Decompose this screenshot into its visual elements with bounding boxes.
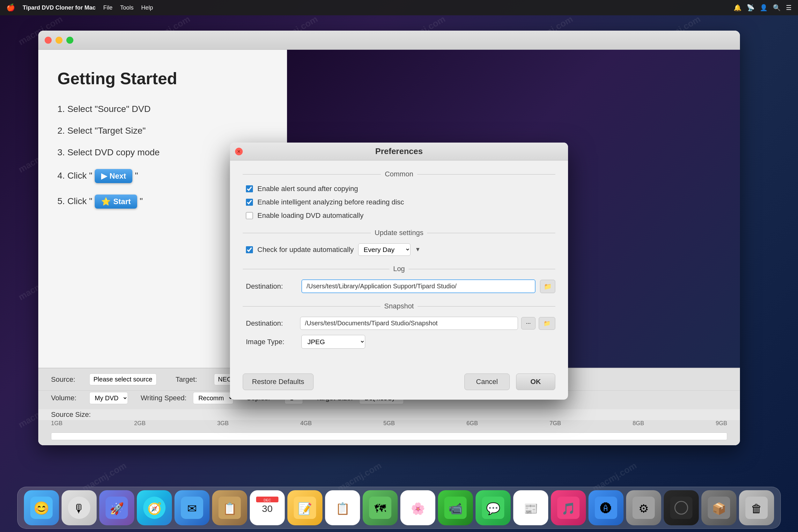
common-section: Common Enable alert sound after copying … [243, 170, 555, 220]
dock-icon-reminders[interactable]: 📋 [325, 490, 360, 525]
log-browse-icon: 📁 [544, 283, 552, 290]
svg-text:🧭: 🧭 [147, 502, 162, 515]
cancel-button[interactable]: Cancel [464, 374, 510, 390]
dock-icon-system-preferences[interactable]: ⚙ [626, 490, 661, 525]
update-section-header: Update settings [243, 229, 555, 237]
alert-sound-option: Enable alert sound after copying [243, 185, 555, 193]
dock-icon-notes[interactable]: 📝 [287, 490, 322, 525]
dock-icon-photos[interactable]: 🌸 [400, 490, 435, 525]
snapshot-more-options-button[interactable]: ··· [521, 317, 535, 329]
common-left-line [243, 174, 381, 174]
pref-close-button[interactable]: ✕ [235, 148, 243, 155]
dock-icon-launchpad[interactable]: 🚀 [99, 490, 134, 525]
common-right-line [417, 174, 555, 174]
log-destination-row: Destination: 📁 [243, 279, 555, 293]
update-section-label: Update settings [375, 229, 423, 237]
image-type-dropdown[interactable]: JPEG PNG BMP [301, 335, 365, 348]
svg-text:🗑: 🗑 [751, 502, 762, 515]
pref-title: Preferences [375, 146, 423, 156]
common-section-label: Common [385, 170, 413, 178]
svg-text:📋: 📋 [223, 502, 237, 515]
snapshot-section: Snapshot Destination: ··· 📁 Image Type: [243, 302, 555, 348]
more-options-icon: ··· [526, 320, 531, 327]
preferences-dialog: ✕ Preferences Common Enable alert sound … [230, 142, 568, 400]
dialog-overlay: ✕ Preferences Common Enable alert sound … [0, 0, 798, 532]
log-right-line [408, 269, 555, 269]
image-type-label: Image Type: [246, 338, 297, 346]
update-left-line [243, 233, 371, 233]
pref-close-icon: ✕ [237, 149, 241, 154]
pref-body: Common Enable alert sound after copying … [230, 160, 568, 367]
alert-sound-label: Enable alert sound after copying [258, 185, 358, 193]
update-row: Check for update automatically Every Day… [243, 243, 555, 256]
dock: 😊 🎙 🚀 🧭 ✉ 📋 30DEC 📝 📋 🗺 🌸 [0, 481, 798, 532]
dock-icon-maps[interactable]: 🗺 [363, 490, 398, 525]
dock-icon-mail[interactable]: ✉ [174, 490, 210, 525]
svg-text:📦: 📦 [712, 502, 726, 515]
common-section-header: Common [243, 170, 555, 178]
log-dest-input[interactable] [301, 279, 535, 293]
snapshot-browse-button[interactable]: 📁 [539, 317, 555, 330]
intelligent-label: Enable intelligent analyzing before read… [258, 198, 404, 206]
dock-icon-finder[interactable]: 😊 [24, 490, 59, 525]
dock-icon-siri[interactable]: 🎙 [61, 490, 97, 525]
dock-icon-unknown[interactable]: 📦 [701, 490, 737, 525]
svg-text:⚙: ⚙ [639, 502, 649, 515]
svg-text:🎙: 🎙 [73, 502, 85, 515]
snapshot-left-line [243, 306, 380, 306]
pref-titlebar: ✕ Preferences [230, 142, 568, 160]
svg-text:✉: ✉ [187, 502, 197, 515]
snapshot-browse-icon: 📁 [544, 320, 551, 327]
loading-option: Enable loading DVD automatically [243, 211, 555, 220]
svg-text:🎵: 🎵 [561, 502, 576, 515]
snapshot-section-header: Snapshot [243, 302, 555, 310]
log-section-label: Log [393, 265, 405, 273]
svg-text:💬: 💬 [486, 502, 500, 515]
svg-text:📝: 📝 [298, 502, 312, 515]
intelligent-checkbox[interactable] [246, 199, 253, 206]
log-section-header: Log [243, 265, 555, 273]
dock-icon-music[interactable]: 🎵 [551, 490, 586, 525]
svg-text:📰: 📰 [524, 502, 538, 515]
pref-footer: Restore Defaults Cancel OK [230, 367, 568, 400]
snapshot-dest-input[interactable] [300, 317, 518, 330]
dock-icon-notefile[interactable]: 📋 [212, 490, 247, 525]
svg-text:DEC: DEC [263, 498, 271, 502]
image-type-row: Image Type: JPEG PNG BMP [243, 335, 555, 348]
svg-rect-36 [670, 497, 692, 519]
dock-icon-messages[interactable]: 💬 [476, 490, 511, 525]
dock-icon-trash[interactable]: 🗑 [739, 490, 774, 525]
log-section: Log Destination: 📁 [243, 265, 555, 293]
update-right-line [427, 233, 555, 233]
intelligent-option: Enable intelligent analyzing before read… [243, 198, 555, 206]
svg-text:😊: 😊 [34, 500, 50, 516]
svg-text:🗺: 🗺 [375, 502, 386, 515]
svg-text:30: 30 [262, 503, 272, 514]
snapshot-right-line [418, 306, 555, 306]
svg-text:🚀: 🚀 [110, 502, 124, 515]
ok-button[interactable]: OK [516, 374, 555, 390]
loading-checkbox[interactable] [246, 212, 253, 219]
update-section: Update settings Check for update automat… [243, 229, 555, 256]
update-frequency-dropdown[interactable]: Every Day Every Week Every Month Never [358, 243, 411, 256]
dock-icon-safari[interactable]: 🧭 [137, 490, 172, 525]
dock-icon-pocketsafe[interactable] [664, 490, 699, 525]
dock-icon-facetime[interactable]: 📹 [438, 490, 473, 525]
alert-sound-checkbox[interactable] [246, 185, 253, 192]
dropdown-arrow-icon: ▼ [415, 246, 421, 253]
dock-icon-calendar[interactable]: 30DEC [250, 490, 285, 525]
dock-icon-news[interactable]: 📰 [513, 490, 548, 525]
snapshot-destination-row: Destination: ··· 📁 [243, 317, 555, 330]
svg-text:📋: 📋 [336, 502, 350, 515]
svg-text:📹: 📹 [449, 502, 463, 515]
log-browse-button[interactable]: 📁 [540, 280, 555, 293]
loading-label: Enable loading DVD automatically [258, 211, 364, 220]
restore-defaults-button[interactable]: Restore Defaults [243, 374, 314, 390]
dock-icon-appstore[interactable]: 🅐 [588, 490, 624, 525]
dock-inner: 😊 🎙 🚀 🧭 ✉ 📋 30DEC 📝 📋 🗺 🌸 [17, 487, 781, 529]
check-update-checkbox[interactable] [246, 246, 253, 253]
check-update-label: Check for update automatically [258, 246, 354, 254]
log-left-line [243, 269, 390, 269]
log-dest-label: Destination: [246, 282, 297, 290]
svg-text:🌸: 🌸 [411, 502, 425, 515]
